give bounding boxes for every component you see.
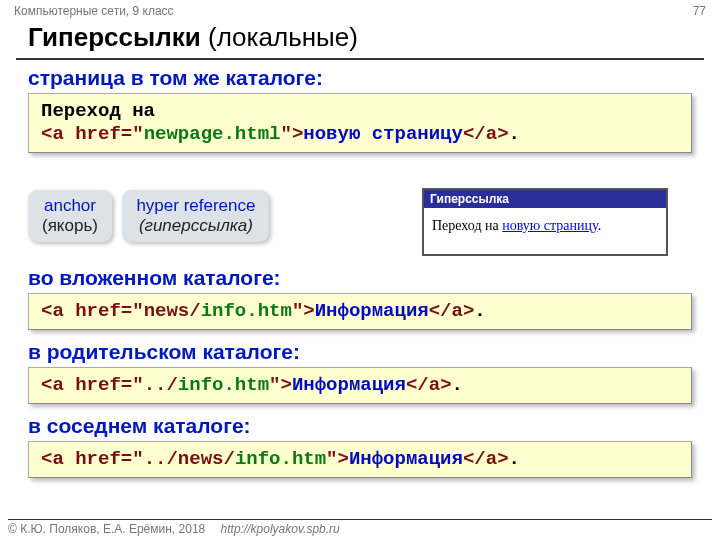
section4-label: в соседнем каталоге:	[28, 414, 692, 438]
section3-label: в родительском каталоге:	[28, 340, 692, 364]
codebox-3: <a href="../info.htm">Информация</a>.	[28, 367, 692, 404]
chip-href: hyper reference (гиперссылка)	[122, 190, 269, 242]
footer-bar: © К.Ю. Поляков, Е.А. Ерёмин, 2018 http:/…	[8, 519, 712, 536]
preview-link[interactable]: новую страницу	[502, 218, 597, 233]
preview-text-post: .	[598, 218, 602, 233]
title-underline	[16, 58, 704, 60]
chip-href-en: hyper reference	[136, 196, 255, 216]
section-same-dir: страница в том же каталоге: Переход на <…	[28, 66, 692, 153]
section-parent: в родительском каталоге: <a href="../inf…	[28, 340, 692, 404]
preview-text-pre: Переход на	[432, 218, 502, 233]
subject-label: Компьютерные сети, 9 класс	[14, 4, 174, 18]
preview-window: Гиперссылка Переход на новую страницу.	[422, 188, 668, 256]
section1-label: страница в том же каталоге:	[28, 66, 692, 90]
preview-body: Переход на новую страницу.	[424, 208, 666, 244]
section-sibling: в соседнем каталоге: <a href="../news/in…	[28, 414, 692, 478]
chip-href-ru: (гиперссылка)	[136, 216, 255, 236]
chip-anchor-ru: (якорь)	[42, 216, 98, 236]
section-subdir: во вложенном каталоге: <a href="news/inf…	[28, 266, 692, 330]
preview-titlebar: Гиперссылка	[424, 190, 666, 208]
codebox-4: <a href="../news/info.htm">Информация</a…	[28, 441, 692, 478]
codebox-1: Переход на <a href="newpage.html">новую …	[28, 93, 692, 153]
slide-number: 77	[693, 4, 706, 18]
section2-label: во вложенном каталоге:	[28, 266, 692, 290]
header-bar: Компьютерные сети, 9 класс 77	[14, 4, 706, 18]
title-bold: Гиперссылки	[28, 22, 201, 52]
slide: Компьютерные сети, 9 класс 77 Гиперссылк…	[0, 0, 720, 540]
footer-url: http://kpolyakov.spb.ru	[221, 522, 340, 536]
title-rest: (локальные)	[201, 22, 358, 52]
codebox-2: <a href="news/info.htm">Информация</a>.	[28, 293, 692, 330]
page-title: Гиперссылки (локальные)	[28, 22, 358, 53]
chip-anchor-en: anchor	[42, 196, 98, 216]
copyright-text: © К.Ю. Поляков, Е.А. Ерёмин, 2018	[8, 522, 205, 536]
chip-anchor: anchor (якорь)	[28, 190, 112, 242]
chips-row: anchor (якорь) hyper reference (гиперссы…	[28, 190, 692, 264]
